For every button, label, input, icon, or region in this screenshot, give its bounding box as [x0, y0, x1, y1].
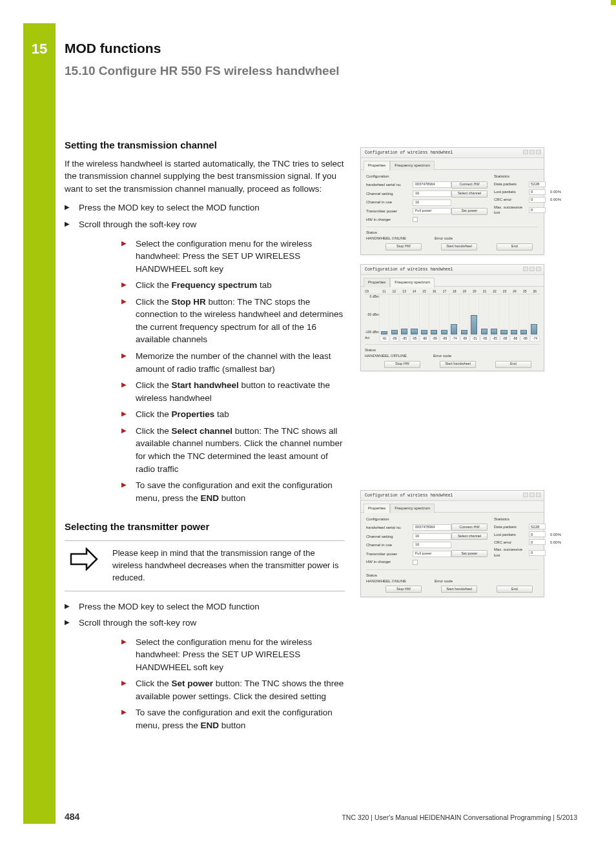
serial-field[interactable]: 0037478964 [413, 181, 451, 188]
cfg-section-label: Configuration [366, 174, 488, 179]
connect-hw-button-3[interactable]: Connect HW [451, 524, 488, 531]
note-text: Please keep in mind that the transmissio… [112, 547, 345, 584]
stop-hw-button-3[interactable]: Stop HW [385, 586, 422, 593]
corner-green-mark [611, 0, 616, 5]
txpow-label: Transmitter power [366, 209, 413, 214]
data-packets-value: 5228 [529, 181, 546, 187]
max-lost-value: 0 [529, 207, 546, 213]
dialog-title-2: Configuration of wireless handwheel [361, 265, 544, 275]
tab-properties-3[interactable]: Properties [364, 504, 390, 513]
lost-packets-label: Lost packets [494, 189, 529, 195]
status-offline: HANDWHEEL OFFLINE [365, 353, 429, 359]
end-button-1[interactable]: End [497, 243, 533, 251]
close-icon[interactable] [536, 493, 541, 497]
page-content: MOD functions 15.10 Configure HR 550 FS … [65, 39, 594, 739]
select-channel-button[interactable]: Select channel [451, 190, 488, 198]
start-handwheel-button-1[interactable]: Start handwheel [441, 243, 477, 251]
close-icon[interactable] [536, 267, 541, 271]
spectrum-chart-act-row: Act -91-89-85-85-88-89-89-74-89-51-85-85… [365, 336, 540, 342]
step-end-2: To save the configuration and exit the c… [121, 706, 345, 731]
maximize-icon[interactable] [529, 267, 535, 271]
tab-frequency-spectrum-2[interactable]: Frequency spectrum [390, 278, 435, 287]
intro-text-1: If the wireless handwheel is started aut… [65, 158, 345, 196]
dialog-config-hw-3: Configuration of wireless handwheel Prop… [360, 490, 544, 598]
serial-field-3[interactable]: 0037478964 [413, 524, 451, 531]
page-number: 484 [65, 810, 79, 823]
dialog-config-hw-spectrum: Configuration of wireless handwheel Prop… [360, 264, 544, 371]
status-section-label-2: Status [365, 347, 540, 353]
minimize-icon[interactable] [523, 267, 528, 271]
chuse-label: Channel in use [366, 199, 413, 205]
max-lost-label: Max. successive lost [494, 205, 529, 216]
heading-transmission-channel: Setting the transmission channel [65, 138, 345, 152]
step-set-power: Click the Set power button: The TNC show… [121, 677, 345, 702]
step-select-config-1: Select the configuration menu for the wi… [121, 238, 345, 276]
step-memorize-channel: Memorize the number of the channel with … [121, 350, 345, 375]
end-button-3[interactable]: End [497, 586, 533, 593]
crc-error-value: 0 [529, 197, 546, 203]
footer-line: TNC 320 | User's Manual HEIDENHAIN Conve… [342, 813, 577, 823]
spectrum-chart-header: Ch 11121314151617181920212223242526 [365, 289, 540, 294]
dialog-config-hw-1: Configuration of wireless handwheel Prop… [360, 147, 544, 255]
select-channel-button-3[interactable]: Select channel [451, 533, 488, 540]
dialog-title-1: Configuration of wireless handwheel [361, 148, 544, 158]
spectrum-chart: 0 dBm -50 dBm -100 dBm [379, 294, 539, 334]
chapter-number: 15 [23, 39, 56, 59]
status-online-3: HANDWHEEL ONLINE [366, 578, 431, 584]
start-handwheel-button-3[interactable]: Start handwheel [441, 586, 477, 593]
crc-error-label: CRC error [494, 197, 529, 203]
error-code-label: Error code [435, 236, 453, 241]
step-freq-spectrum-tab: Click the Frequency spectrum tab [121, 279, 345, 292]
step-end-1: To save the configuration and exit the c… [121, 479, 345, 504]
txpow-field-3[interactable]: Full power [413, 551, 451, 557]
hw-in-charger-checkbox-3[interactable] [413, 560, 418, 565]
minimize-icon[interactable] [523, 493, 528, 497]
step-select-config-2: Select the configuration menu for the wi… [121, 636, 345, 674]
heading-transmitter-power: Selecting the transmitter power [65, 520, 345, 534]
section-number-title: 15.10 Configure HR 550 FS wireless handw… [65, 62, 594, 80]
close-icon[interactable] [536, 150, 541, 154]
set-power-button-3[interactable]: Set power [451, 550, 488, 557]
status-section-label: Status [366, 230, 539, 236]
charger-label: HW in charger [366, 217, 413, 223]
connect-hw-button[interactable]: Connect HW [451, 181, 488, 189]
step-start-handwheel: Click the Start handwheel button to reac… [121, 379, 345, 404]
chapter-title: MOD functions [65, 39, 594, 58]
error-code-label-2: Error code [433, 353, 451, 359]
page-footer: 484 TNC 320 | User's Manual HEIDENHAIN C… [65, 810, 577, 823]
step-properties-tab: Click the Properties tab [121, 408, 345, 421]
tab-frequency-spectrum-1[interactable]: Frequency spectrum [390, 161, 435, 170]
note-box: Please keep in mind that the transmissio… [65, 540, 345, 591]
stop-hw-button-1[interactable]: Stop HW [385, 243, 422, 251]
crc-error-pct: 0.00% [546, 197, 561, 203]
step-mod-key-1: Press the MOD key to select the MOD func… [65, 201, 345, 214]
status-online: HANDWHEEL ONLINE [366, 236, 431, 241]
step-scroll-softkey-1: Scroll through the soft-key row [65, 218, 345, 231]
data-packets-label: Data packets [494, 181, 529, 187]
end-button-2[interactable]: End [495, 361, 531, 368]
lost-packets-value: 0 [529, 189, 546, 195]
chuse-field-3: 16 [413, 542, 451, 548]
step-stop-hr: Click the Stop HR button: The TNC stops … [121, 296, 345, 346]
lost-packets-pct: 0.00% [546, 189, 561, 195]
tab-properties-2[interactable]: Properties [364, 278, 390, 287]
stop-hw-button-2[interactable]: Stop HW [384, 361, 420, 368]
dialog-title-3: Configuration of wireless handwheel [361, 491, 544, 501]
arrow-note-icon [65, 547, 103, 584]
hw-in-charger-checkbox[interactable] [413, 217, 418, 222]
start-handwheel-button-2[interactable]: Start handwheel [440, 361, 476, 368]
chset-field[interactable]: 16 [413, 190, 451, 197]
step-mod-key-2: Press the MOD key to select the MOD func… [65, 600, 345, 613]
txpow-field[interactable]: Full power [413, 208, 451, 214]
stats-section-label: Statistics [494, 174, 566, 179]
chset-field-3[interactable]: 16 [413, 533, 451, 540]
chset-label: Channel setting [366, 191, 413, 197]
tab-frequency-spectrum-3[interactable]: Frequency spectrum [390, 504, 435, 513]
minimize-icon[interactable] [523, 150, 528, 154]
set-power-button[interactable]: Set power [451, 208, 488, 215]
maximize-icon[interactable] [529, 493, 535, 497]
step-select-channel: Click the Select channel button: The TNC… [121, 425, 345, 475]
tab-properties-1[interactable]: Properties [364, 161, 390, 170]
serial-label: handwheel serial no. [366, 182, 413, 188]
maximize-icon[interactable] [529, 150, 535, 154]
